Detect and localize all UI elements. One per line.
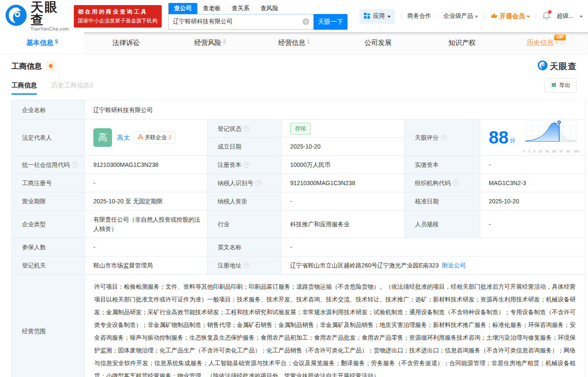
field-label-business-term: 营业期限 xyxy=(12,192,85,211)
field-label-taxpayer-id: 纳税人识别号 ? xyxy=(207,174,282,192)
divider xyxy=(536,13,536,20)
score-distribution-chart[interactable]: 0131550859799100 xyxy=(523,119,579,156)
label-text: 纳税人识别号 xyxy=(218,178,253,188)
search-input[interactable] xyxy=(173,18,302,25)
org-chart-icon xyxy=(138,133,143,142)
tianyancha-eye-icon xyxy=(538,60,548,72)
nav-open-vip[interactable]: 开通会员 xyxy=(490,12,530,20)
related-companies-label: 关联企业 xyxy=(145,133,167,142)
field-label-registration-number: 工商注册号 xyxy=(12,174,85,192)
tab-operation-info[interactable]: 经营信息 1 xyxy=(252,32,336,54)
field-value-paid-capital: - xyxy=(480,156,585,174)
tab-label: 法律诉讼 xyxy=(112,39,140,48)
field-value-company-name: 辽宁鞍研科技有限公司 xyxy=(85,100,585,120)
field-label-establish-date: 成立日期 xyxy=(207,138,282,156)
vip-badge: VIP xyxy=(554,34,566,40)
chevron-down-icon xyxy=(387,16,391,18)
tab-legal-litigation[interactable]: 法律诉讼 xyxy=(84,32,168,54)
business-info-subtabs: 工商信息 历史工商信息0 导出 xyxy=(11,82,577,95)
field-value-staff-size: - xyxy=(480,211,585,238)
field-label-registration-authority: 登记机关 xyxy=(12,256,85,275)
notification-dot xyxy=(548,10,552,14)
search-tab-relation[interactable]: 查关系 xyxy=(226,3,255,14)
legal-rep-name-link[interactable]: 高太 xyxy=(117,133,130,142)
tab-company-development[interactable]: 公司发展 xyxy=(336,32,420,54)
help-icon[interactable]: ? xyxy=(72,162,78,168)
tab-label: 历史信息 xyxy=(526,39,554,48)
help-icon[interactable]: ? xyxy=(244,126,249,132)
label-text: 统一社会信用代码 xyxy=(22,160,70,169)
search-button[interactable]: 天眼一下 xyxy=(314,14,347,30)
tab-label: 知识产权 xyxy=(448,39,476,48)
label-text: 天眼评分 xyxy=(415,133,439,142)
tab-count: 5 xyxy=(55,39,58,45)
tab-operation-risk[interactable]: 经营风险 2 xyxy=(168,32,252,54)
subtab-history-business-info[interactable]: 历史工商信息0 xyxy=(51,82,93,95)
label-text: 注册地址 xyxy=(218,261,241,270)
apps-menu[interactable]: 应用 xyxy=(359,9,395,24)
tab-label: 基本信息 xyxy=(26,39,53,48)
help-icon[interactable]: ? xyxy=(244,162,249,168)
help-icon[interactable]: ? xyxy=(255,180,261,186)
nav-business-coop[interactable]: 商务合作 xyxy=(407,12,431,20)
slogan-banner: 都在用的商业查询工具 国家中小企业发展子基金旗下机构 xyxy=(74,5,162,28)
divider xyxy=(437,13,437,20)
field-value-credit-code: 91210300MAG1C3N238 xyxy=(85,156,207,174)
field-label-company-type: 企业类型 xyxy=(12,211,85,238)
watermark-logo: 天眼查 xyxy=(538,60,577,72)
nearby-companies-link[interactable]: 附近公司 xyxy=(442,261,466,270)
field-value-english-name: - xyxy=(282,238,585,256)
field-value-registration-authority: 鞍山市市场监督管理局 xyxy=(85,256,207,275)
notification-bell-icon[interactable] xyxy=(542,11,551,21)
tab-intellectual-property[interactable]: 知识产权 xyxy=(420,32,504,54)
help-icon[interactable]: ? xyxy=(441,135,447,141)
chevron-down-icon xyxy=(475,16,478,18)
divider xyxy=(401,13,401,20)
slogan-line2: 国家中小企业发展子基金旗下机构 xyxy=(78,17,158,25)
field-value-tianyan-score: 88 分 xyxy=(480,120,585,156)
watermark-text: 天眼查 xyxy=(550,61,577,72)
field-value-establish-date: 2025-10-20 xyxy=(282,138,405,156)
field-value-taxpayer-qualification: - xyxy=(282,192,405,211)
crown-icon xyxy=(490,13,498,20)
field-value-industry: 科技推广和应用服务业 xyxy=(282,211,405,238)
tab-history-info[interactable]: VIP 历史信息 1 ? xyxy=(504,32,588,54)
nav-enterprise-products[interactable]: 企业级产品 xyxy=(443,12,478,20)
address-text: 辽宁省鞍山市立山区越岭路260号辽宁激光产业园E南323 xyxy=(290,261,439,270)
brand-name: 天眼查 xyxy=(31,1,70,26)
apps-label: 应用 xyxy=(373,12,385,20)
export-button[interactable]: 导出 xyxy=(544,78,577,93)
search-tab-company[interactable]: 查公司 xyxy=(168,3,197,14)
search-tab-boss[interactable]: 查老板 xyxy=(197,3,226,14)
business-registration-table: 企业名称 辽宁鞍研科技有限公司 法定代表人 高 高太 关联企业 2 登记状态 ? xyxy=(11,100,577,377)
chevron-down-icon xyxy=(526,16,530,18)
field-label-english-name: 英文名称 xyxy=(207,238,282,256)
tab-count: 2 xyxy=(223,39,226,45)
field-value-business-scope: 许可项目：检验检测服务；文件、资料等其他印刷品印刷；印刷品装订服务；道路货物运输… xyxy=(85,275,585,377)
brand-domain: TianYanCha.com xyxy=(31,26,70,31)
legal-rep-avatar[interactable]: 高 xyxy=(93,128,112,147)
help-icon[interactable]: ? xyxy=(244,262,249,268)
field-value-legal-representative: 高 高太 关联企业 2 xyxy=(85,120,207,156)
label-text: 登记状态 xyxy=(218,124,241,133)
tab-label: 公司发展 xyxy=(364,39,392,48)
tianyancha-company-page: 天眼查 TianYanCha.com 都在用的商业查询工具 国家中小企业发展子基… xyxy=(0,0,588,377)
related-companies-button[interactable]: 关联企业 2 xyxy=(134,131,175,144)
top-header: 天眼查 TianYanCha.com 都在用的商业查询工具 国家中小企业发展子基… xyxy=(0,0,588,32)
tab-basic-info[interactable]: 基本信息 5 xyxy=(0,32,84,54)
nav-super-vip[interactable]: 超级... xyxy=(557,12,574,20)
field-label-registered-address: 注册地址 ? xyxy=(207,256,282,275)
search-tab-risk[interactable]: 查风险 xyxy=(255,3,284,14)
field-label-company-name: 企业名称 xyxy=(12,100,85,120)
subtab-business-info[interactable]: 工商信息 xyxy=(11,82,37,95)
brand-logo[interactable]: 天眼查 TianYanCha.com xyxy=(5,1,70,31)
subscribe-bell-icon[interactable] xyxy=(45,61,56,71)
field-label-staff-size: 人员规模 xyxy=(405,211,480,238)
header-nav: 应用 商务合作 企业级产品 开通会员 xyxy=(359,9,583,24)
field-label-insured-count: 参保人数 xyxy=(12,238,85,256)
clear-search-icon[interactable]: ✕ xyxy=(302,18,309,25)
help-icon[interactable]: ? xyxy=(453,180,459,186)
field-value-taxpayer-id: 91210300MAG1C3N238 xyxy=(282,174,405,192)
app-grid-icon xyxy=(364,12,370,20)
field-label-business-scope: 经营范围 xyxy=(12,275,85,377)
